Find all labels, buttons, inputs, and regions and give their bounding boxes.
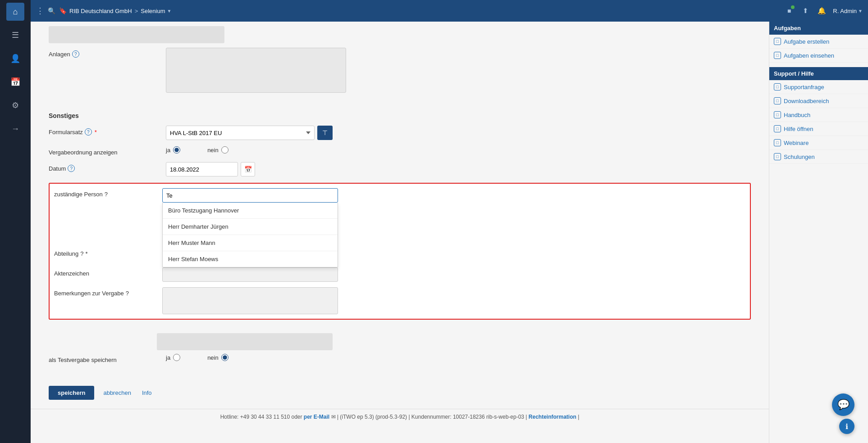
notification-icon[interactable]: 🔔 <box>817 6 827 16</box>
abteilung-row: Abteilung ? * <box>54 248 745 262</box>
content-area: Anlagen ? Sonstiges Formularsatz ? <box>31 22 868 443</box>
user-icon[interactable]: 👤 <box>6 50 24 68</box>
formularsatz-label: Formularsatz ? * <box>49 126 166 136</box>
zust-person-label: zuständige Person ? <box>54 188 162 198</box>
chat-bubble[interactable]: 💬 <box>832 393 854 416</box>
drag-icon: ⋮ <box>36 6 44 16</box>
testvergabe-ja-item: ja <box>166 354 180 361</box>
formularsatz-value: HVA L-StB 2017 EU ⊤ <box>166 126 751 140</box>
aktenzeichen-row: Aktenzeichen <box>54 267 745 282</box>
vergabeordnung-radio-group: ja nein <box>166 146 751 154</box>
datum-input[interactable] <box>166 162 238 176</box>
vergabeordnung-ja-item: ja <box>166 146 180 154</box>
footer-hotline: Hotline: +49 30 44 33 11 510 oder <box>220 414 302 420</box>
schulungen-item[interactable]: □ Schulungen <box>769 150 868 164</box>
datum-row: Datum ? 📅 <box>49 162 751 176</box>
dropdown-item-1[interactable]: Büro Testzugang Hannover <box>163 203 338 219</box>
aktenzeichen-field[interactable] <box>162 267 338 282</box>
header-right: ■ ⬆ 🔔 R. Admin ▼ <box>784 6 863 16</box>
datum-label: Datum ? <box>49 162 166 172</box>
zust-person-input[interactable] <box>162 188 338 203</box>
vergabeordnung-row: Vergabeordnung anzeigen ja nein <box>49 146 751 156</box>
home-icon[interactable]: ⌂ <box>6 3 24 21</box>
formularsatz-grid-btn[interactable]: ⊤ <box>317 126 333 140</box>
supportanfrage-item[interactable]: □ Supportanfrage <box>769 80 868 94</box>
footer-email-link[interactable]: per E-Mail <box>304 414 329 420</box>
support-title: Support / Hilfe <box>769 67 868 80</box>
footer: Hotline: +49 30 44 33 11 510 oder per E-… <box>31 409 769 425</box>
testvergabe-label: als Testvergabe speichern <box>49 354 166 363</box>
aufgaben-title: Aufgaben <box>769 22 868 35</box>
vergabeordnung-nein-radio[interactable] <box>221 146 228 154</box>
datum-calendar-btn[interactable]: 📅 <box>241 162 255 176</box>
formularsatz-select[interactable]: HVA L-StB 2017 EU <box>166 126 315 140</box>
breadcrumb-root[interactable]: RIB Deutschland GmbH <box>69 8 132 14</box>
testvergabe-ja-radio[interactable] <box>173 354 180 361</box>
handbuch-icon: □ <box>774 111 781 118</box>
menu-icon[interactable]: ☰ <box>6 26 24 44</box>
vergabeordnung-ja-radio[interactable] <box>173 146 180 154</box>
zust-person-help-icon[interactable]: ? <box>105 191 108 198</box>
vergabeordnung-label: Vergabeordnung anzeigen <box>49 146 166 156</box>
settings-icon[interactable]: ⚙ <box>6 96 24 114</box>
abteilung-label: Abteilung ? * <box>54 248 162 257</box>
testvergabe-row: als Testvergabe speichern ja nein <box>49 354 751 363</box>
downloadbereich-icon: □ <box>774 97 781 104</box>
info-button[interactable]: Info <box>140 386 154 400</box>
aufgabe-erstellen-item[interactable]: □ Aufgabe erstellen <box>769 35 868 49</box>
bemerkungen-label: Bemerkungen zur Vergabe ? <box>54 287 162 297</box>
sidebar: ⌂ ☰ 👤 📅 ⚙ → <box>0 0 31 443</box>
testvergabe-nein-item: nein <box>207 354 228 361</box>
abteilung-help-icon[interactable]: ? <box>80 250 83 257</box>
vergabeordnung-nein-item: nein <box>207 146 228 154</box>
calendar-icon[interactable]: 📅 <box>6 73 24 91</box>
bemerkungen-help-icon[interactable]: ? <box>126 290 129 297</box>
support-section: Support / Hilfe □ Supportanfrage □ Downl… <box>769 67 868 164</box>
aufgaben-einsehen-icon: □ <box>774 52 781 59</box>
hilfe-oeffnen-item[interactable]: □ Hilfe öffnen <box>769 122 868 136</box>
cancel-button[interactable]: abbrechen <box>101 386 132 400</box>
right-panel: Aufgaben □ Aufgabe erstellen □ Aufgaben … <box>769 22 868 443</box>
webinare-icon: □ <box>774 139 781 146</box>
main-content: Anlagen ? Sonstiges Formularsatz ? <box>31 22 769 443</box>
breadcrumb-current[interactable]: Selenium ▼ <box>141 8 171 14</box>
vergabeordnung-value: ja nein <box>166 146 751 154</box>
info-bubble[interactable]: ℹ <box>839 419 854 434</box>
breadcrumb: RIB Deutschland GmbH > Selenium ▼ <box>69 8 171 14</box>
datum-help-icon[interactable]: ? <box>68 165 75 172</box>
dropdown-item-4[interactable]: Herr Stefan Moews <box>163 251 338 267</box>
main-wrapper: ⋮ 🔍 🔖 RIB Deutschland GmbH > Selenium ▼ … <box>31 0 868 443</box>
dropdown-item-3[interactable]: Herr Muster Mann <box>163 235 338 251</box>
autocomplete-dropdown: Büro Testzugang Hannover Herr Demharter … <box>162 203 338 267</box>
anlagen-help-icon[interactable]: ? <box>72 50 79 58</box>
handbuch-item[interactable]: □ Handbuch <box>769 108 868 122</box>
testvergabe-value: ja nein <box>166 354 751 361</box>
top-header: ⋮ 🔍 🔖 RIB Deutschland GmbH > Selenium ▼ … <box>31 0 868 22</box>
bookmark-icon[interactable]: 🔖 <box>59 7 67 14</box>
aufgabe-erstellen-icon: □ <box>774 38 781 45</box>
below-redbox-placeholder <box>31 333 769 354</box>
user-menu[interactable]: R. Admin ▼ <box>833 8 863 14</box>
footer-version: (iTWO ep 5.3) (prod-5.3-92) <box>340 414 407 420</box>
bemerkungen-field[interactable] <box>162 287 338 314</box>
aufgaben-einsehen-item[interactable]: □ Aufgaben einsehen <box>769 49 868 63</box>
upload-icon[interactable]: ⬆ <box>800 6 810 16</box>
footer-rechteinformation-link[interactable]: Rechteinformation <box>529 414 576 420</box>
formularsatz-help-icon[interactable]: ? <box>85 128 92 136</box>
anlagen-label: Anlagen ? <box>49 48 166 58</box>
formularsatz-row: Formularsatz ? * HVA L-StB 2017 EU ⊤ <box>49 126 751 140</box>
downloadbereich-item[interactable]: □ Downloadbereich <box>769 94 868 108</box>
search-icon[interactable]: 🔍 <box>48 7 55 14</box>
breadcrumb-separator: > <box>135 8 138 14</box>
logout-icon[interactable]: → <box>6 120 24 138</box>
autocomplete-container: Büro Testzugang Hannover Herr Demharter … <box>162 188 338 203</box>
footer-kundennummer: Kundennummer: 10027-18236 rib-s-web-ep-0… <box>411 414 524 420</box>
webinare-item[interactable]: □ Webinare <box>769 136 868 150</box>
anlagen-textarea[interactable] <box>166 48 346 93</box>
save-button[interactable]: speichern <box>49 386 94 400</box>
dropdown-item-2[interactable]: Herr Demharter Jürgen <box>163 219 338 235</box>
anlagen-field-row: Anlagen ? <box>49 48 751 94</box>
testvergabe-nein-radio[interactable] <box>221 354 228 361</box>
anlagen-value <box>166 48 751 94</box>
anlagen-section: Anlagen ? <box>31 22 769 105</box>
